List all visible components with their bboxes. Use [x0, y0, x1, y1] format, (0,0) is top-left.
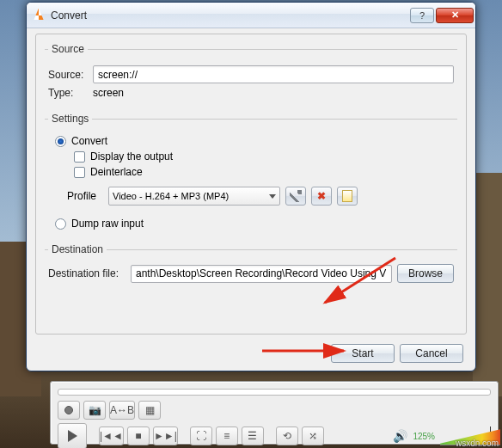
frame-step-button[interactable]: ▦: [138, 401, 161, 420]
playlist-button[interactable]: ☰: [242, 427, 264, 445]
dialog-body: Source Source: Type: screen Settings Con…: [35, 34, 467, 334]
delete-profile-button[interactable]: ✖: [311, 187, 332, 206]
stop-button[interactable]: ■: [127, 427, 150, 445]
snapshot-button[interactable]: 📷: [83, 401, 106, 420]
source-input[interactable]: [93, 65, 454, 83]
source-label: Source:: [48, 69, 93, 81]
seek-track[interactable]: [58, 389, 491, 396]
dialog-footer: Start Cancel: [27, 336, 475, 371]
chevron-down-icon: [269, 194, 276, 199]
convert-radio[interactable]: [55, 136, 66, 147]
profile-combobox[interactable]: Video - H.264 + MP3 (MP4): [108, 187, 280, 206]
x-icon: ✖: [317, 190, 326, 202]
settings-group: Settings Convert Display the output Dein…: [45, 113, 457, 236]
type-label: Type:: [48, 87, 93, 99]
vlc-icon: [32, 9, 46, 22]
cancel-button[interactable]: Cancel: [400, 344, 463, 363]
grid-icon: ▦: [145, 404, 155, 416]
player-panel: 📷 A↔B ▦ |◄◄ ■ ►►| ⛶ ≡ ☰ ⟲ ⤮ 🔊 125%: [50, 381, 499, 445]
document-icon: [342, 190, 352, 202]
next-button[interactable]: ►►|: [153, 427, 178, 445]
question-icon: ?: [419, 10, 425, 21]
play-icon: [68, 430, 77, 442]
destination-legend: Destination: [48, 243, 107, 255]
record-icon: [64, 406, 73, 414]
volume-percent: 125%: [413, 432, 435, 441]
camera-icon: 📷: [89, 404, 101, 416]
destination-file-input[interactable]: [131, 265, 392, 283]
dump-raw-label: Dump raw input: [71, 218, 144, 230]
display-output-label: Display the output: [90, 150, 173, 163]
extended-settings-button[interactable]: ≡: [216, 427, 238, 445]
settings-legend: Settings: [48, 113, 92, 125]
wrench-icon: [290, 190, 302, 202]
deinterlace-label: Deinterlace: [90, 166, 143, 178]
close-icon: ✕: [451, 9, 459, 21]
profile-value: Video - H.264 + MP3 (MP4): [113, 191, 229, 201]
titlebar[interactable]: Convert ? ✕: [27, 3, 475, 28]
source-legend: Source: [48, 43, 88, 55]
play-button[interactable]: [58, 423, 87, 448]
equalizer-icon: ≡: [223, 430, 230, 442]
loop-button[interactable]: ⟲: [276, 427, 298, 445]
deinterlace-checkbox[interactable]: [74, 167, 85, 178]
prev-button[interactable]: |◄◄: [99, 427, 124, 445]
loop-icon: ⟲: [283, 430, 291, 442]
shuffle-icon: ⤮: [309, 430, 317, 442]
dialog-title: Convert: [51, 9, 87, 21]
close-button[interactable]: ✕: [436, 8, 474, 23]
convert-dialog: Convert ? ✕ Source Source: Type: screen …: [26, 2, 476, 371]
fullscreen-icon: ⛶: [196, 430, 206, 442]
start-button[interactable]: Start: [331, 344, 395, 363]
convert-radio-label: Convert: [71, 135, 107, 147]
speaker-icon[interactable]: 🔊: [393, 429, 407, 443]
skip-back-icon: |◄◄: [100, 430, 123, 442]
dump-raw-radio[interactable]: [55, 218, 66, 230]
ab-loop-icon: A↔B: [110, 404, 134, 416]
record-button[interactable]: [58, 401, 80, 420]
skip-forward-icon: ►►|: [154, 430, 177, 442]
shuffle-button[interactable]: ⤮: [302, 427, 324, 445]
edit-profile-button[interactable]: [285, 187, 306, 206]
profile-label: Profile: [48, 190, 108, 202]
fullscreen-button[interactable]: ⛶: [190, 427, 212, 445]
destination-group: Destination Destination file: Browse: [45, 243, 457, 286]
new-profile-button[interactable]: [337, 187, 358, 206]
display-output-checkbox[interactable]: [74, 151, 85, 163]
watermark: wsxdn.com: [456, 439, 499, 448]
source-group: Source Source: Type: screen: [45, 43, 457, 106]
loop-ab-button[interactable]: A↔B: [109, 401, 135, 420]
destination-file-label: Destination file:: [48, 267, 131, 279]
browse-button[interactable]: Browse: [397, 264, 454, 283]
stop-icon: ■: [135, 430, 141, 442]
type-value: screen: [93, 87, 124, 99]
playlist-icon: ☰: [248, 430, 257, 442]
help-button[interactable]: ?: [410, 8, 434, 23]
